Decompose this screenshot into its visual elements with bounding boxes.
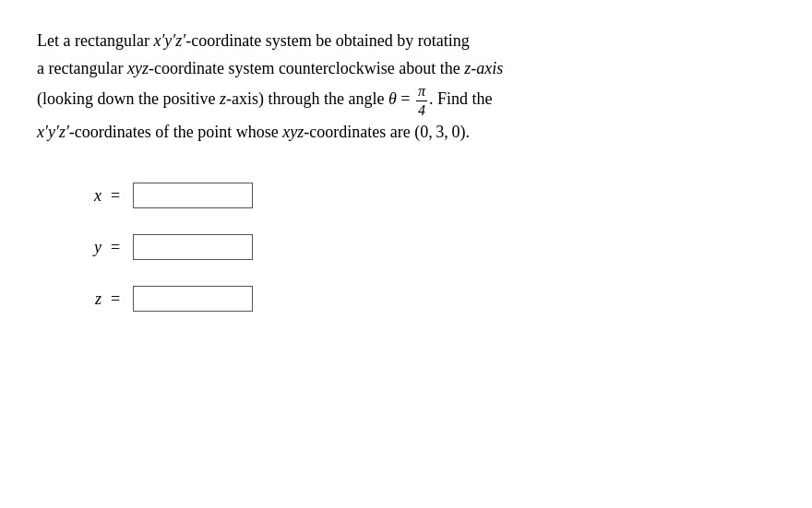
z-label: z [74, 289, 102, 309]
prime-coords-label: x′y′z′ [37, 123, 69, 141]
x-label: x [74, 186, 102, 206]
xyz-coords-label: xyz [282, 123, 304, 141]
x-answer-row: x = [74, 183, 775, 208]
problem-text: Let a rectangular x′y′z′-coordinate syst… [37, 28, 775, 146]
problem-line3: (looking down the positive z-axis) throu… [37, 82, 775, 118]
pi-over-4-fraction: π4 [416, 82, 427, 118]
theta-symbol: θ [388, 89, 397, 108]
coord-system-prime: x′y′z′ [153, 31, 185, 50]
page-container: Let a rectangular x′y′z′-coordinate syst… [0, 0, 812, 508]
z-input[interactable] [133, 286, 253, 312]
y-equals: = [111, 238, 120, 257]
fraction-numerator: π [416, 82, 427, 100]
y-input[interactable] [133, 234, 253, 260]
fraction-denominator: 4 [416, 101, 427, 119]
x-input[interactable] [133, 183, 253, 208]
problem-line1: Let a rectangular x′y′z′-coordinate syst… [37, 28, 775, 55]
z-axis-inline: z [220, 89, 226, 108]
coord-system-xyz: xyz [127, 59, 149, 77]
problem-line4: x′y′z′-coordinates of the point whose xy… [37, 119, 775, 147]
x-equals: = [111, 186, 120, 206]
y-answer-row: y = [74, 234, 775, 260]
z-answer-row: z = [74, 286, 775, 312]
z-equals: = [111, 289, 120, 309]
problem-line2: a rectangular xyz-coordinate system coun… [37, 55, 775, 83]
answer-section: x = y = z = [74, 183, 775, 312]
y-label: y [74, 238, 102, 257]
z-axis-ref: z-axis [464, 59, 503, 77]
